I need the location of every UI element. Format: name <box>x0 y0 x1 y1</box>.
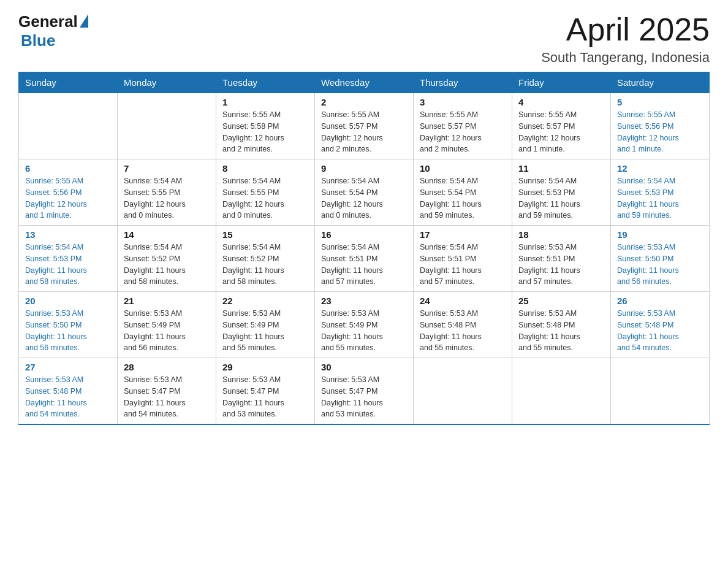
day-info: Sunrise: 5:53 AMSunset: 5:48 PMDaylight:… <box>518 308 604 354</box>
calendar-cell: 15Sunrise: 5:54 AMSunset: 5:52 PMDayligh… <box>216 226 315 292</box>
header-thursday: Thursday <box>414 72 512 93</box>
day-number: 8 <box>222 163 308 174</box>
calendar-cell: 10Sunrise: 5:54 AMSunset: 5:54 PMDayligh… <box>414 159 512 226</box>
calendar-cell: 28Sunrise: 5:53 AMSunset: 5:47 PMDayligh… <box>118 358 216 425</box>
day-info: Sunrise: 5:53 AMSunset: 5:49 PMDaylight:… <box>321 308 407 354</box>
logo-triangle-icon <box>80 14 88 28</box>
calendar-cell: 5Sunrise: 5:55 AMSunset: 5:56 PMDaylight… <box>611 93 710 159</box>
day-number: 29 <box>222 362 308 372</box>
day-info: Sunrise: 5:54 AMSunset: 5:51 PMDaylight:… <box>321 242 407 288</box>
day-number: 5 <box>617 97 703 107</box>
week-row-5: 27Sunrise: 5:53 AMSunset: 5:48 PMDayligh… <box>19 358 710 425</box>
calendar-cell: 6Sunrise: 5:55 AMSunset: 5:56 PMDaylight… <box>19 159 118 226</box>
calendar-cell: 29Sunrise: 5:53 AMSunset: 5:47 PMDayligh… <box>216 358 315 425</box>
calendar-cell: 12Sunrise: 5:54 AMSunset: 5:53 PMDayligh… <box>611 159 710 226</box>
header-tuesday: Tuesday <box>216 72 315 93</box>
day-info: Sunrise: 5:54 AMSunset: 5:54 PMDaylight:… <box>321 175 407 221</box>
calendar-cell: 25Sunrise: 5:53 AMSunset: 5:48 PMDayligh… <box>512 292 611 358</box>
day-info: Sunrise: 5:53 AMSunset: 5:50 PMDaylight:… <box>25 308 111 354</box>
calendar-cell: 18Sunrise: 5:53 AMSunset: 5:51 PMDayligh… <box>512 226 611 292</box>
day-info: Sunrise: 5:53 AMSunset: 5:48 PMDaylight:… <box>617 308 703 354</box>
day-number: 14 <box>124 229 210 240</box>
day-number: 9 <box>321 163 407 174</box>
week-row-1: 1Sunrise: 5:55 AMSunset: 5:58 PMDaylight… <box>19 93 710 159</box>
day-number: 15 <box>222 229 308 240</box>
calendar-cell <box>414 358 512 425</box>
calendar-cell: 11Sunrise: 5:54 AMSunset: 5:53 PMDayligh… <box>512 159 611 226</box>
day-info: Sunrise: 5:55 AMSunset: 5:56 PMDaylight:… <box>617 109 703 155</box>
day-info: Sunrise: 5:54 AMSunset: 5:52 PMDaylight:… <box>222 242 308 288</box>
day-info: Sunrise: 5:53 AMSunset: 5:47 PMDaylight:… <box>321 374 407 420</box>
week-row-2: 6Sunrise: 5:55 AMSunset: 5:56 PMDaylight… <box>19 159 710 226</box>
day-number: 7 <box>124 163 210 174</box>
day-info: Sunrise: 5:54 AMSunset: 5:52 PMDaylight:… <box>124 242 210 288</box>
day-info: Sunrise: 5:53 AMSunset: 5:48 PMDaylight:… <box>420 308 506 354</box>
day-info: Sunrise: 5:54 AMSunset: 5:54 PMDaylight:… <box>420 175 506 221</box>
day-number: 20 <box>25 296 111 306</box>
day-info: Sunrise: 5:54 AMSunset: 5:51 PMDaylight:… <box>420 242 506 288</box>
day-info: Sunrise: 5:55 AMSunset: 5:57 PMDaylight:… <box>518 109 604 155</box>
day-number: 6 <box>25 163 111 174</box>
calendar-cell: 7Sunrise: 5:54 AMSunset: 5:55 PMDaylight… <box>118 159 216 226</box>
day-info: Sunrise: 5:54 AMSunset: 5:55 PMDaylight:… <box>222 175 308 221</box>
logo-general-text: General <box>18 12 78 31</box>
day-number: 10 <box>420 163 506 174</box>
calendar-cell: 30Sunrise: 5:53 AMSunset: 5:47 PMDayligh… <box>315 358 414 425</box>
day-number: 17 <box>420 229 506 240</box>
calendar-cell: 1Sunrise: 5:55 AMSunset: 5:58 PMDaylight… <box>216 93 315 159</box>
day-number: 12 <box>617 163 703 174</box>
day-number: 24 <box>420 296 506 306</box>
day-number: 27 <box>25 362 111 372</box>
day-number: 22 <box>222 296 308 306</box>
header-monday: Monday <box>118 72 216 93</box>
header-wednesday: Wednesday <box>315 72 414 93</box>
day-info: Sunrise: 5:53 AMSunset: 5:49 PMDaylight:… <box>222 308 308 354</box>
day-number: 23 <box>321 296 407 306</box>
page-subtitle: South Tangerang, Indonesia <box>541 50 710 66</box>
day-number: 26 <box>617 296 703 306</box>
logo-blue-text: Blue <box>21 31 55 50</box>
day-number: 1 <box>222 97 308 107</box>
calendar-cell: 2Sunrise: 5:55 AMSunset: 5:57 PMDaylight… <box>315 93 414 159</box>
calendar-cell: 22Sunrise: 5:53 AMSunset: 5:49 PMDayligh… <box>216 292 315 358</box>
calendar-cell: 17Sunrise: 5:54 AMSunset: 5:51 PMDayligh… <box>414 226 512 292</box>
day-number: 28 <box>124 362 210 372</box>
day-number: 25 <box>518 296 604 306</box>
day-info: Sunrise: 5:53 AMSunset: 5:48 PMDaylight:… <box>25 374 111 420</box>
calendar-cell: 19Sunrise: 5:53 AMSunset: 5:50 PMDayligh… <box>611 226 710 292</box>
day-number: 18 <box>518 229 604 240</box>
week-row-4: 20Sunrise: 5:53 AMSunset: 5:50 PMDayligh… <box>19 292 710 358</box>
day-info: Sunrise: 5:53 AMSunset: 5:49 PMDaylight:… <box>124 308 210 354</box>
day-info: Sunrise: 5:54 AMSunset: 5:53 PMDaylight:… <box>617 175 703 221</box>
day-number: 13 <box>25 229 111 240</box>
logo: General Blue <box>18 12 88 50</box>
title-section: April 2025 South Tangerang, Indonesia <box>541 12 710 66</box>
calendar-cell: 9Sunrise: 5:54 AMSunset: 5:54 PMDaylight… <box>315 159 414 226</box>
day-info: Sunrise: 5:55 AMSunset: 5:57 PMDaylight:… <box>321 109 407 155</box>
calendar-cell: 23Sunrise: 5:53 AMSunset: 5:49 PMDayligh… <box>315 292 414 358</box>
day-number: 4 <box>518 97 604 107</box>
calendar-table: SundayMondayTuesdayWednesdayThursdayFrid… <box>18 72 710 425</box>
day-info: Sunrise: 5:53 AMSunset: 5:47 PMDaylight:… <box>124 374 210 420</box>
calendar-cell: 24Sunrise: 5:53 AMSunset: 5:48 PMDayligh… <box>414 292 512 358</box>
calendar-cell <box>611 358 710 425</box>
calendar-cell: 13Sunrise: 5:54 AMSunset: 5:53 PMDayligh… <box>19 226 118 292</box>
day-info: Sunrise: 5:55 AMSunset: 5:58 PMDaylight:… <box>222 109 308 155</box>
day-number: 21 <box>124 296 210 306</box>
calendar-cell: 16Sunrise: 5:54 AMSunset: 5:51 PMDayligh… <box>315 226 414 292</box>
day-number: 30 <box>321 362 407 372</box>
day-info: Sunrise: 5:54 AMSunset: 5:53 PMDaylight:… <box>25 242 111 288</box>
page-title: April 2025 <box>541 12 710 47</box>
day-info: Sunrise: 5:53 AMSunset: 5:51 PMDaylight:… <box>518 242 604 288</box>
day-info: Sunrise: 5:55 AMSunset: 5:57 PMDaylight:… <box>420 109 506 155</box>
header-sunday: Sunday <box>19 72 118 93</box>
day-info: Sunrise: 5:53 AMSunset: 5:47 PMDaylight:… <box>222 374 308 420</box>
calendar-cell: 26Sunrise: 5:53 AMSunset: 5:48 PMDayligh… <box>611 292 710 358</box>
calendar-cell: 27Sunrise: 5:53 AMSunset: 5:48 PMDayligh… <box>19 358 118 425</box>
calendar-cell <box>512 358 611 425</box>
day-info: Sunrise: 5:54 AMSunset: 5:55 PMDaylight:… <box>124 175 210 221</box>
calendar-cell <box>118 93 216 159</box>
calendar-cell <box>19 93 118 159</box>
day-number: 16 <box>321 229 407 240</box>
calendar-cell: 8Sunrise: 5:54 AMSunset: 5:55 PMDaylight… <box>216 159 315 226</box>
